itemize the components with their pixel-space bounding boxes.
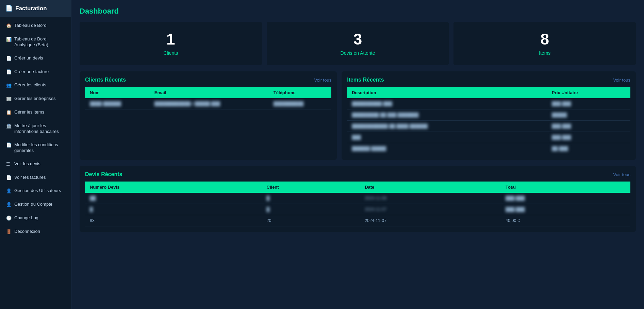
- sidebar: 📄 Facturation 🏠Tableau de Bord📊Tableau d…: [0, 0, 71, 309]
- sidebar-item-change-log[interactable]: 🕐Change Log: [1, 212, 70, 225]
- logo-text: Facturation: [15, 5, 47, 12]
- devis-col-date: Date: [360, 182, 501, 193]
- sidebar-icon-tableau-analytique: 📊: [6, 37, 12, 42]
- items-voir-tous-link[interactable]: Voir tous: [613, 78, 630, 83]
- devis-col-client: Client: [262, 182, 360, 193]
- item-prix: ███.███: [547, 132, 630, 143]
- table-row: ████ ██████ ████████████@█████.███ █████…: [85, 98, 331, 109]
- devis-numero: 83: [85, 215, 262, 226]
- clients-header-row: Nom Email Téléphone: [85, 87, 331, 98]
- sidebar-item-gerer-entreprises[interactable]: 🏢Gérer les entreprises: [1, 92, 70, 105]
- stat-card-clients-stat: 1 Clients: [80, 22, 262, 65]
- items-col-prix: Prix Unitaire: [547, 87, 630, 98]
- sidebar-label-tableau-de-bord: Tableau de Bord: [14, 23, 47, 29]
- sidebar-label-tableau-analytique: Tableau de Bord Analytique (Beta): [14, 36, 65, 48]
- table-row: ████████████ ██ ████ ██████ ███.███: [347, 121, 630, 132]
- clients-recents-panel: Clients Récents Voir tous Nom Email Télé…: [80, 71, 337, 160]
- table-row: ██████ █████ ██.███: [347, 143, 630, 154]
- sidebar-label-mettre-jour-bancaires: Mettre à jour les informations bancaires: [14, 123, 65, 135]
- sidebar-label-voir-devis: Voir les devis: [14, 161, 40, 167]
- devis-numero: ██: [85, 193, 262, 204]
- item-description: ██████ █████: [347, 143, 547, 154]
- items-header-row: Description Prix Unitaire: [347, 87, 630, 98]
- sidebar-item-voir-factures[interactable]: 📄Voir les factures: [1, 171, 70, 184]
- sidebar-label-voir-factures: Voir les factures: [14, 175, 46, 181]
- devis-col-total: Total: [501, 182, 630, 193]
- devis-table: Numéro Devis Client Date Total ██ █ 2024…: [85, 182, 630, 226]
- devis-panel-header: Devis Récents Voir tous: [85, 171, 630, 177]
- sidebar-label-gestion-utilisateurs: Gestion des Utilisateurs: [14, 188, 61, 194]
- sidebar-icon-change-log: 🕐: [6, 216, 12, 221]
- devis-col-numero: Numéro Devis: [85, 182, 262, 193]
- item-description: ████████████ ██ ████ ██████: [347, 121, 547, 132]
- devis-table-body: ██ █ 2024-11-08 ███.███ █ █ 2024-11-07 █…: [85, 193, 630, 226]
- items-panel-header: Items Récents Voir tous: [347, 77, 630, 83]
- clients-col-email: Email: [150, 87, 269, 98]
- table-row: ██ █ 2024-11-08 ███.███: [85, 193, 630, 204]
- devis-client: █: [262, 193, 360, 204]
- content-row-bottom: Devis Récents Voir tous Numéro Devis Cli…: [80, 166, 636, 232]
- sidebar-item-tableau-de-bord[interactable]: 🏠Tableau de Bord: [1, 19, 70, 32]
- sidebar-icon-mettre-jour-bancaires: 🏦: [6, 123, 12, 129]
- sidebar-icon-gerer-items: 📋: [6, 110, 12, 116]
- item-prix: ██.███: [547, 143, 630, 154]
- client-email: ████████████@█████.███: [150, 98, 269, 109]
- table-row: ███ ███.███: [347, 132, 630, 143]
- sidebar-icon-creer-facture: 📄: [6, 69, 12, 75]
- devis-voir-tous-link[interactable]: Voir tous: [613, 172, 630, 177]
- content-row-top: Clients Récents Voir tous Nom Email Télé…: [80, 71, 636, 160]
- stat-label-items-stat: Items: [539, 50, 550, 56]
- sidebar-logo[interactable]: 📄 Facturation: [0, 0, 71, 17]
- devis-header-row: Numéro Devis Client Date Total: [85, 182, 630, 193]
- items-panel-title: Items Récents: [347, 77, 384, 83]
- sidebar-item-gestion-compte[interactable]: 👤Gestion du Compte: [1, 198, 70, 211]
- clients-table: Nom Email Téléphone ████ ██████ ████████…: [85, 87, 331, 109]
- sidebar-label-deconnexion: Déconnexion: [14, 229, 40, 235]
- sidebar-icon-gerer-clients: 👥: [6, 83, 12, 88]
- sidebar-icon-voir-devis: ☰: [6, 161, 12, 167]
- devis-date: 2024-11-08: [360, 193, 501, 204]
- devis-client: █: [262, 204, 360, 215]
- sidebar-icon-modifier-conditions: 📄: [6, 142, 12, 148]
- sidebar-item-deconnexion[interactable]: 🚪Déconnexion: [1, 225, 70, 238]
- sidebar-item-modifier-conditions[interactable]: 📄Modifier les conditions générales: [1, 139, 70, 157]
- sidebar-item-creer-devis[interactable]: 📄Créer un devis: [1, 52, 70, 65]
- sidebar-icon-tableau-de-bord: 🏠: [6, 23, 12, 29]
- devis-table-head: Numéro Devis Client Date Total: [85, 182, 630, 193]
- sidebar-navigation: 🏠Tableau de Bord📊Tableau de Bord Analyti…: [0, 17, 71, 239]
- devis-panel-title: Devis Récents: [85, 171, 122, 177]
- logo-icon: 📄: [5, 5, 13, 12]
- stat-card-items-stat: 8 Items: [453, 22, 636, 65]
- main-content: Dashboard 1 Clients 3 Devis en Attente 8…: [71, 0, 644, 309]
- items-table: Description Prix Unitaire ██████████ ███…: [347, 87, 630, 154]
- sidebar-label-change-log: Change Log: [14, 215, 38, 221]
- devis-recents-panel: Devis Récents Voir tous Numéro Devis Cli…: [80, 166, 636, 232]
- sidebar-label-gerer-entreprises: Gérer les entreprises: [14, 96, 55, 102]
- client-telephone: ██████████: [269, 98, 331, 109]
- sidebar-item-gerer-items[interactable]: 📋Gérer les items: [1, 106, 70, 119]
- item-prix: ███.███: [547, 121, 630, 132]
- sidebar-item-voir-devis[interactable]: ☰Voir les devis: [1, 158, 70, 171]
- devis-total: ███.███: [501, 193, 630, 204]
- sidebar-item-gerer-clients[interactable]: 👥Gérer les clients: [1, 79, 70, 92]
- sidebar-item-creer-facture[interactable]: 📄Créer une facture: [1, 66, 70, 79]
- sidebar-item-mettre-jour-bancaires[interactable]: 🏦Mettre à jour les informations bancaire…: [1, 120, 70, 138]
- sidebar-item-gestion-utilisateurs[interactable]: 👤Gestion des Utilisateurs: [1, 185, 70, 198]
- table-row: 83 20 2024-11-07 40,00 €: [85, 215, 630, 226]
- stat-card-devis-stat: 3 Devis en Attente: [267, 22, 449, 65]
- item-description: ██████████ ███: [347, 98, 547, 109]
- stat-label-clients-stat: Clients: [163, 50, 178, 56]
- sidebar-icon-creer-devis: 📄: [6, 56, 12, 62]
- devis-numero: █: [85, 204, 262, 215]
- devis-date: 2024-11-07: [360, 204, 501, 215]
- sidebar-label-creer-facture: Créer une facture: [14, 69, 49, 75]
- sidebar-icon-gestion-compte: 👤: [6, 202, 12, 208]
- clients-voir-tous-link[interactable]: Voir tous: [314, 78, 332, 83]
- clients-panel-header: Clients Récents Voir tous: [85, 77, 331, 83]
- client-nom: ████ ██████: [85, 98, 150, 109]
- item-description: █████████ ██ ███ ███████: [347, 109, 547, 121]
- sidebar-label-gestion-compte: Gestion du Compte: [14, 202, 52, 207]
- devis-total: ███.███: [501, 204, 630, 215]
- sidebar-label-creer-devis: Créer un devis: [14, 55, 43, 61]
- sidebar-item-tableau-analytique[interactable]: 📊Tableau de Bord Analytique (Beta): [1, 33, 70, 51]
